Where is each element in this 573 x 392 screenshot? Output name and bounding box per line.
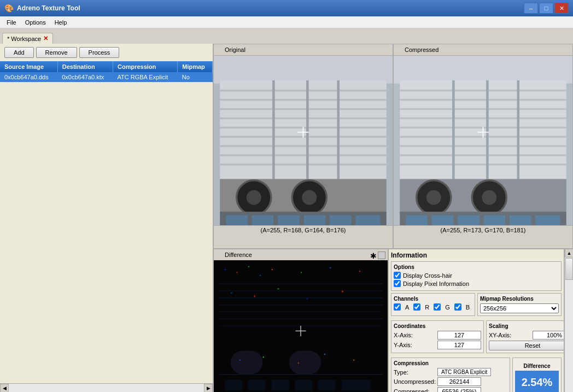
svg-rect-51 xyxy=(406,215,428,225)
compression-section: Compression Type: ATC RGBA Explicit Unco… xyxy=(391,358,510,392)
svg-rect-69 xyxy=(219,284,382,284)
svg-rect-1 xyxy=(214,56,393,84)
svg-rect-55 xyxy=(510,215,531,225)
crosshair-checkbox[interactable] xyxy=(394,272,401,279)
toolbar: Add Remove Process xyxy=(0,44,213,61)
svg-rect-54 xyxy=(484,215,505,225)
difference-tab: Difference xyxy=(218,250,259,259)
compressed-pixel-info: (A=255, R=173, G=170, B=181) xyxy=(394,225,572,235)
left-panel: Add Remove Process Source Image Destinat… xyxy=(0,44,213,392)
svg-point-47 xyxy=(426,190,441,205)
svg-rect-5 xyxy=(220,108,386,110)
add-button[interactable]: Add xyxy=(4,47,34,58)
channel-b-checkbox[interactable] xyxy=(454,303,461,311)
menu-help[interactable]: Help xyxy=(50,18,72,27)
remove-button[interactable]: Remove xyxy=(36,47,77,58)
cell-source: 0x0cb647a0.dds xyxy=(0,72,57,83)
scaling-section: Scaling XY-Axis: 100% Reset xyxy=(486,320,564,353)
mipmap-select[interactable]: 256x256 128x128 64x64 32x32 xyxy=(480,303,559,313)
diff-handle-icon[interactable] xyxy=(378,251,385,259)
svg-rect-81 xyxy=(231,351,263,375)
menu-bar: File Options Help xyxy=(0,16,573,28)
svg-rect-66 xyxy=(301,272,302,273)
scroll-right-btn[interactable]: ▶ xyxy=(204,384,213,393)
svg-rect-43 xyxy=(486,80,489,182)
svg-rect-63 xyxy=(248,266,249,267)
main-area: Add Remove Process Source Image Destinat… xyxy=(0,44,573,392)
svg-point-49 xyxy=(482,190,496,205)
compressed-label: Compressed xyxy=(394,44,572,56)
title-bar: 🎨 Adreno Texture Tool – □ ✕ xyxy=(0,0,573,16)
difference-value-section: Difference 2.54% xyxy=(512,358,562,392)
svg-rect-56 xyxy=(535,215,560,225)
svg-rect-34 xyxy=(400,99,566,101)
svg-rect-6 xyxy=(220,118,386,119)
svg-point-19 xyxy=(302,190,317,205)
process-button[interactable]: Process xyxy=(79,47,120,58)
svg-rect-86 xyxy=(324,354,325,355)
scroll-thumb-v[interactable] xyxy=(565,258,573,280)
y-axis-row: Y-Axis: 127 xyxy=(394,341,481,349)
channel-a-checkbox[interactable] xyxy=(394,303,401,311)
channel-g-checkbox[interactable] xyxy=(434,303,441,311)
svg-rect-84 xyxy=(298,362,299,364)
compression-title: Compression xyxy=(394,360,507,366)
svg-rect-13 xyxy=(306,80,309,182)
svg-rect-83 xyxy=(239,360,241,361)
y-axis-label: Y-Axis: xyxy=(394,342,437,348)
svg-rect-88 xyxy=(219,374,382,375)
svg-rect-76 xyxy=(231,292,232,294)
svg-rect-71 xyxy=(219,297,382,298)
right-scrollbar[interactable]: ▲ ▼ xyxy=(564,249,573,392)
maximize-button[interactable]: □ xyxy=(539,3,553,14)
svg-rect-24 xyxy=(304,215,325,225)
svg-rect-85 xyxy=(263,356,264,358)
svg-rect-68 xyxy=(359,271,360,272)
svg-point-59 xyxy=(482,131,484,133)
svg-rect-21 xyxy=(226,215,248,225)
svg-rect-62 xyxy=(236,272,237,273)
left-scrollbar[interactable]: ◀ ▶ xyxy=(0,383,213,392)
scroll-left-btn[interactable]: ◀ xyxy=(0,384,9,393)
svg-rect-22 xyxy=(252,215,273,225)
compressed-panel: Compressed xyxy=(393,44,573,249)
svg-rect-4 xyxy=(220,99,386,101)
image-area: Original xyxy=(213,44,573,249)
svg-rect-74 xyxy=(219,319,382,319)
cell-destination: 0x0cb647a0.ktx xyxy=(57,72,113,83)
svg-rect-90 xyxy=(248,380,266,390)
svg-rect-92 xyxy=(295,380,312,390)
svg-point-29 xyxy=(302,131,304,133)
menu-options[interactable]: Options xyxy=(21,18,50,27)
compressed-label: Compressed: xyxy=(394,388,437,392)
svg-rect-42 xyxy=(452,80,455,182)
channels-mipmap-row: Channels A R G B Mipmap xyxy=(391,293,562,318)
channel-r-checkbox[interactable] xyxy=(413,303,420,311)
uncompressed-value: 262144 xyxy=(437,377,481,386)
difference-label: Difference ✱ xyxy=(214,249,388,260)
type-value: ATC RGBA Explicit xyxy=(437,368,491,376)
svg-rect-61 xyxy=(225,269,226,270)
scaling-title: Scaling xyxy=(489,323,564,329)
difference-percent: 2.54% xyxy=(515,371,559,392)
close-button[interactable]: ✕ xyxy=(554,3,569,14)
workspace-tab-close[interactable]: ✕ xyxy=(43,35,48,42)
cell-mipmap: No xyxy=(178,72,213,83)
workspace-tab[interactable]: * Workspace ✕ xyxy=(2,33,53,44)
mipmap-title: Mipmap Resolutions xyxy=(480,296,559,302)
svg-rect-10 xyxy=(220,154,386,156)
compressed-tab: Compressed xyxy=(398,45,445,54)
pixel-info-checkbox[interactable] xyxy=(394,280,401,287)
svg-rect-79 xyxy=(307,298,308,299)
menu-file[interactable]: File xyxy=(2,18,21,27)
scroll-up-btn[interactable]: ▲ xyxy=(565,249,573,258)
svg-rect-52 xyxy=(432,215,453,225)
reset-button[interactable]: Reset xyxy=(489,341,564,350)
svg-rect-14 xyxy=(337,80,340,182)
diff-toolbar-icon[interactable]: ✱ xyxy=(370,251,377,260)
original-pixel-info: (A=255, R=168, G=164, B=176) xyxy=(214,225,393,235)
minimize-button[interactable]: – xyxy=(524,3,538,14)
channel-g-label: G xyxy=(445,304,450,311)
channel-a-label: A xyxy=(405,304,409,311)
table-row[interactable]: 0x0cb647a0.dds 0x0cb647a0.ktx ATC RGBA E… xyxy=(0,72,213,83)
